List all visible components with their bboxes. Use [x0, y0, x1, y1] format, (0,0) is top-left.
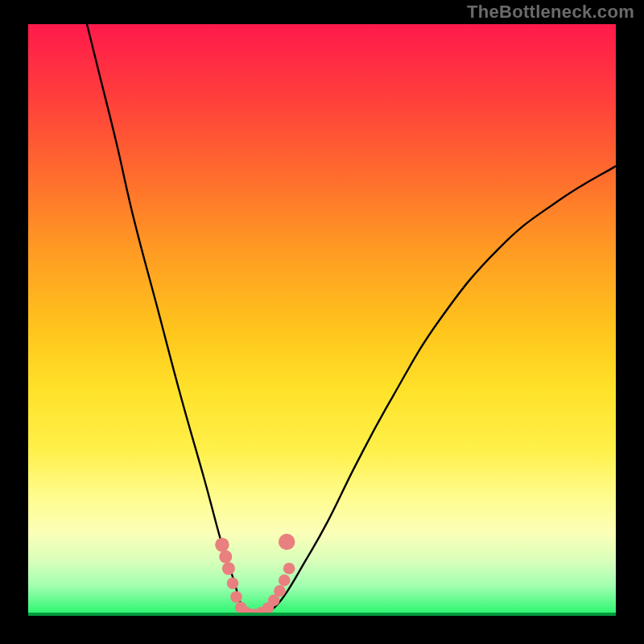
- watermark-text: TheBottleneck.com: [467, 2, 634, 23]
- plot-area: [28, 24, 616, 616]
- baseline: [28, 613, 616, 616]
- data-marker: [283, 563, 295, 575]
- chart-frame: TheBottleneck.com: [0, 0, 644, 644]
- data-marker: [279, 534, 295, 550]
- data-marker: [230, 591, 242, 603]
- data-marker: [219, 550, 232, 563]
- data-marker: [279, 575, 291, 587]
- data-marker: [274, 585, 286, 597]
- data-marker: [227, 577, 239, 589]
- marker-layer: [28, 24, 616, 616]
- marker-group: [215, 534, 295, 616]
- data-marker: [222, 562, 235, 575]
- data-marker: [215, 538, 229, 552]
